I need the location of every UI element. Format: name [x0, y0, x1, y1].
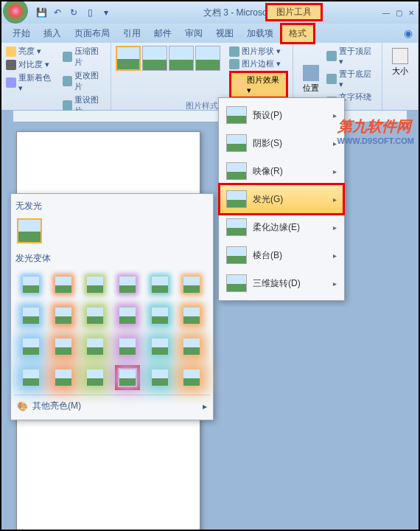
change-picture-icon: [63, 76, 73, 86]
compress-button[interactable]: 压缩图片: [63, 46, 107, 68]
picture-border-button[interactable]: 图片边框 ▾: [229, 58, 288, 69]
effects-icon: [234, 80, 244, 90]
menu-bevel[interactable]: 棱台(B)▸: [220, 241, 343, 269]
glow-variant[interactable]: [18, 303, 43, 328]
size-button[interactable]: 大小: [387, 46, 413, 79]
group-label-size: [387, 107, 413, 108]
menu-reflection[interactable]: 映像(R)▸: [220, 157, 343, 185]
chevron-right-icon: ▸: [333, 167, 337, 176]
palette-icon: 🎨: [17, 401, 28, 412]
tab-view[interactable]: 视图: [209, 25, 240, 42]
menu-preset[interactable]: 预设(P)▸: [220, 101, 343, 129]
window-controls: — ▢ ✕: [382, 9, 419, 17]
glow-none-option[interactable]: [17, 218, 42, 243]
picture-effects-menu: 预设(P)▸ 阴影(S)▸ 映像(R)▸ 发光(G)▸ 柔化边缘(E)▸ 棱台(…: [218, 97, 345, 301]
recolor-button[interactable]: 重新着色 ▾: [6, 72, 57, 93]
glow-variant[interactable]: [147, 365, 172, 390]
front-icon: [326, 51, 337, 61]
chevron-right-icon: ▸: [333, 139, 337, 148]
send-back-button[interactable]: 置于底层 ▾: [326, 69, 377, 89]
qat-dropdown-icon[interactable]: ▾: [100, 7, 112, 18]
save-icon[interactable]: 💾: [35, 7, 47, 18]
glow-variant[interactable]: [83, 272, 108, 297]
contrast-icon: [6, 60, 16, 70]
contrast-button[interactable]: 对比度 ▾: [6, 59, 57, 70]
tab-mailings[interactable]: 邮件: [147, 25, 178, 42]
glow-variant[interactable]: [83, 334, 108, 359]
picture-shape-button[interactable]: 图片形状 ▾: [229, 46, 288, 57]
picture-styles-gallery[interactable]: [116, 46, 220, 99]
window-title: 文档 3 - Microsoft Word: [116, 7, 382, 19]
watermark-url: WWW.D9SOFT.COM: [337, 136, 415, 145]
glow-gallery-panel: 无发光 发光变体 🎨其他亮色(M)▸: [10, 193, 214, 420]
tab-references[interactable]: 引用: [116, 25, 147, 42]
style-thumb[interactable]: [142, 46, 167, 71]
chevron-right-icon: ▸: [203, 401, 207, 412]
glow-variant[interactable]: [18, 272, 43, 297]
office-button[interactable]: [3, 0, 28, 24]
ribbon: 亮度 ▾ 对比度 ▾ 重新着色 ▾ 压缩图片 更改图片 重设图片 调整 图片形状…: [1, 43, 419, 111]
glow-variant[interactable]: [147, 272, 172, 297]
glow-variant[interactable]: [179, 272, 204, 297]
glow-variant[interactable]: [179, 303, 204, 328]
recolor-icon: [6, 77, 16, 88]
glow-variant[interactable]: [83, 303, 108, 328]
tab-review[interactable]: 审阅: [178, 25, 209, 42]
shadow-icon: [226, 134, 247, 152]
style-thumb[interactable]: [195, 46, 220, 71]
tab-insert[interactable]: 插入: [37, 25, 68, 42]
bring-front-button[interactable]: 置于顶层 ▾: [326, 46, 377, 66]
glow-variant[interactable]: [51, 272, 76, 297]
glow-variant[interactable]: [115, 272, 140, 297]
glow-variant[interactable]: [51, 365, 76, 390]
glow-variant[interactable]: [51, 334, 76, 359]
glow-variant[interactable]: [147, 334, 172, 359]
glow-variant[interactable]: [147, 303, 172, 328]
change-picture-button[interactable]: 更改图片: [63, 70, 107, 92]
glow-variant[interactable]: [179, 365, 204, 390]
glow-none-label: 无发光: [14, 197, 210, 215]
more-glow-colors[interactable]: 🎨其他亮色(M)▸: [14, 395, 210, 417]
glow-variant[interactable]: [179, 334, 204, 359]
ribbon-tabs: 开始 插入 页面布局 引用 邮件 审阅 视图 加载项 格式 ◉: [1, 24, 419, 43]
minimize-button[interactable]: —: [382, 9, 390, 17]
chevron-right-icon: ▸: [333, 280, 337, 288]
maximize-button[interactable]: ▢: [396, 9, 402, 17]
back-icon: [326, 74, 337, 84]
reflection-icon: [226, 162, 247, 180]
picture-effects-button[interactable]: 图片效果 ▾: [229, 71, 288, 99]
glow-variant[interactable]: [51, 303, 76, 328]
group-size: 大小: [382, 43, 419, 110]
tab-layout[interactable]: 页面布局: [68, 25, 116, 42]
glow-variants-grid: [14, 268, 210, 395]
group-adjust: 亮度 ▾ 对比度 ▾ 重新着色 ▾ 压缩图片 更改图片 重设图片 调整: [1, 43, 111, 110]
glow-variant[interactable]: [83, 365, 108, 390]
tab-format[interactable]: 格式: [280, 23, 315, 44]
contextual-tab-picture-tools[interactable]: 图片工具: [265, 3, 323, 21]
style-thumb[interactable]: [116, 46, 141, 71]
menu-glow[interactable]: 发光(G)▸: [218, 183, 345, 215]
bevel-icon: [226, 246, 247, 264]
style-thumb[interactable]: [169, 46, 194, 71]
soft-edges-icon: [226, 218, 247, 236]
menu-soft-edges[interactable]: 柔化边缘(E)▸: [220, 213, 343, 241]
redo-icon[interactable]: ↻: [68, 7, 80, 18]
undo-icon[interactable]: ↶: [52, 7, 63, 18]
watermark: 第九软件网 WWW.D9SOFT.COM: [337, 117, 415, 145]
shape-icon: [229, 46, 239, 57]
tab-addins[interactable]: 加载项: [240, 25, 280, 42]
print-icon[interactable]: ▯: [84, 7, 96, 18]
menu-3d-rotation[interactable]: 三维旋转(D)▸: [220, 269, 343, 297]
tab-start[interactable]: 开始: [6, 25, 37, 42]
glow-variant[interactable]: [18, 365, 43, 390]
menu-shadow[interactable]: 阴影(S)▸: [220, 129, 343, 157]
glow-variant[interactable]: [115, 334, 140, 359]
rotation-icon: [226, 274, 247, 292]
glow-variant-selected[interactable]: [115, 365, 140, 390]
glow-variant[interactable]: [18, 334, 43, 359]
close-button[interactable]: ✕: [408, 9, 414, 17]
brightness-icon: [6, 46, 16, 57]
brightness-button[interactable]: 亮度 ▾: [6, 46, 57, 57]
glow-variant[interactable]: [115, 303, 140, 328]
help-icon[interactable]: ◉: [404, 27, 413, 39]
